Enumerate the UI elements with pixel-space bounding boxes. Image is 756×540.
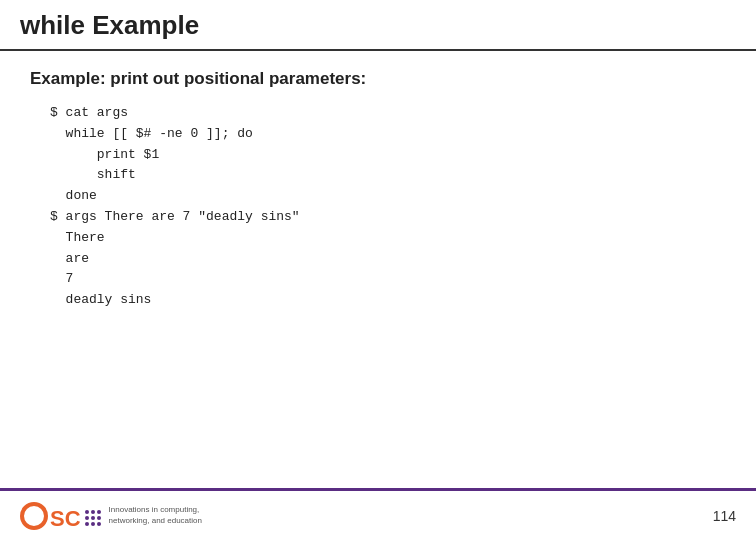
code-line-8: are bbox=[50, 249, 726, 270]
slide-subtitle: Example: print out positional parameters… bbox=[30, 69, 726, 89]
footer-bar: SC Innovations in computing, networking,… bbox=[0, 488, 756, 540]
code-line-5: done bbox=[50, 186, 726, 207]
code-line-3: print $1 bbox=[50, 145, 726, 166]
code-line-9: 7 bbox=[50, 269, 726, 290]
title-bar: while Example bbox=[0, 0, 756, 51]
slide-page: while Example Example: print out positio… bbox=[0, 0, 756, 540]
page-number: 114 bbox=[713, 508, 736, 524]
osc-logo: SC bbox=[20, 502, 101, 530]
svg-point-0 bbox=[22, 504, 46, 528]
code-line-1: $ cat args bbox=[50, 103, 726, 124]
osc-sc-text: SC bbox=[50, 508, 81, 530]
slide-content: Example: print out positional parameters… bbox=[0, 51, 756, 321]
code-line-2: while [[ $# -ne 0 ]]; do bbox=[50, 124, 726, 145]
logo-dots bbox=[85, 510, 101, 526]
code-line-7: There bbox=[50, 228, 726, 249]
code-line-6: $ args There are 7 "deadly sins" bbox=[50, 207, 726, 228]
osc-o-icon bbox=[20, 502, 48, 530]
code-line-10: deadly sins bbox=[50, 290, 726, 311]
code-line-4: shift bbox=[50, 165, 726, 186]
slide-title: while Example bbox=[20, 10, 736, 41]
code-block: $ cat args while [[ $# -ne 0 ]]; do prin… bbox=[30, 103, 726, 311]
logo-area: SC Innovations in computing, networking,… bbox=[20, 502, 202, 530]
logo-tagline: Innovations in computing, networking, an… bbox=[109, 505, 202, 526]
